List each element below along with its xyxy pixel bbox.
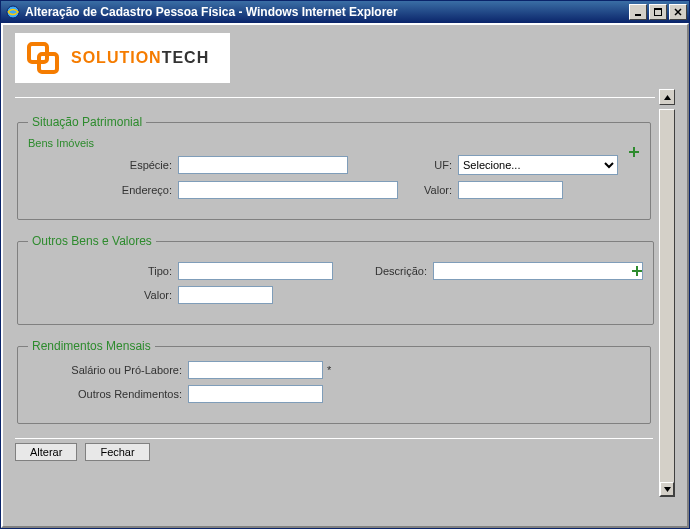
subheader-bens-imoveis: Bens Imóveis [28, 137, 640, 149]
uf-select[interactable]: Selecione... [458, 155, 618, 175]
legend-outros-bens: Outros Bens e Valores [28, 234, 156, 248]
titlebar: Alteração de Cadastro Pessoa Física - Wi… [1, 1, 689, 23]
outros-rend-label: Outros Rendimentos: [28, 388, 188, 400]
scroll-down-button[interactable] [660, 482, 674, 496]
valor-imovel-label: Valor: [398, 184, 458, 196]
bottom-divider [15, 438, 653, 439]
legend-rendimentos: Rendimentos Mensais [28, 339, 155, 353]
window-buttons [629, 4, 687, 20]
logo-icon [23, 38, 63, 78]
vertical-scrollbar[interactable] [659, 109, 675, 497]
valor-imovel-input[interactable] [458, 181, 563, 199]
descricao-label: Descrição: [353, 265, 433, 277]
fieldset-outros-bens: Outros Bens e Valores Tipo: Descrição: V… [17, 234, 654, 325]
especie-input[interactable] [178, 156, 348, 174]
ie-window: Alteração de Cadastro Pessoa Física - Wi… [0, 0, 690, 529]
svg-rect-3 [654, 8, 662, 10]
logo-text: SOLUTIONTECH [71, 49, 209, 67]
salario-input[interactable] [188, 361, 323, 379]
maximize-button[interactable] [649, 4, 667, 20]
form-content: Situação Patrimonial Bens Imóveis Espéci… [15, 109, 659, 497]
endereco-input[interactable] [178, 181, 398, 199]
endereco-label: Endereço: [28, 184, 178, 196]
add-outros-bens-icon[interactable] [631, 264, 643, 280]
descricao-input[interactable] [433, 262, 643, 280]
outros-rend-input[interactable] [188, 385, 323, 403]
tipo-input[interactable] [178, 262, 333, 280]
legend-situacao: Situação Patrimonial [28, 115, 146, 129]
tipo-label: Tipo: [28, 265, 178, 277]
scrollbar-track[interactable] [660, 110, 674, 482]
especie-label: Espécie: [28, 159, 178, 171]
add-bens-imoveis-icon[interactable] [628, 145, 640, 161]
ie-icon [5, 4, 21, 20]
fechar-button[interactable]: Fechar [85, 443, 149, 461]
valor-bens-label: Valor: [28, 289, 178, 301]
window-title: Alteração de Cadastro Pessoa Física - Wi… [25, 5, 629, 19]
required-mark: * [327, 364, 331, 376]
fieldset-situacao-patrimonial: Situação Patrimonial Bens Imóveis Espéci… [17, 115, 651, 220]
svg-rect-1 [635, 14, 641, 16]
uf-label: UF: [368, 159, 458, 171]
salario-label: Salário ou Pró-Labore: [28, 364, 188, 376]
minimize-button[interactable] [629, 4, 647, 20]
client-area: SOLUTIONTECH Situação Patrimonial Bens I… [1, 23, 689, 528]
valor-bens-input[interactable] [178, 286, 273, 304]
scroll-area: Situação Patrimonial Bens Imóveis Espéci… [15, 109, 675, 497]
fieldset-rendimentos: Rendimentos Mensais Salário ou Pró-Labor… [17, 339, 651, 424]
logo: SOLUTIONTECH [15, 33, 230, 83]
top-divider [15, 89, 675, 105]
alterar-button[interactable]: Alterar [15, 443, 77, 461]
button-bar: Alterar Fechar [15, 443, 653, 461]
scroll-up-button[interactable] [659, 89, 675, 105]
close-button[interactable] [669, 4, 687, 20]
